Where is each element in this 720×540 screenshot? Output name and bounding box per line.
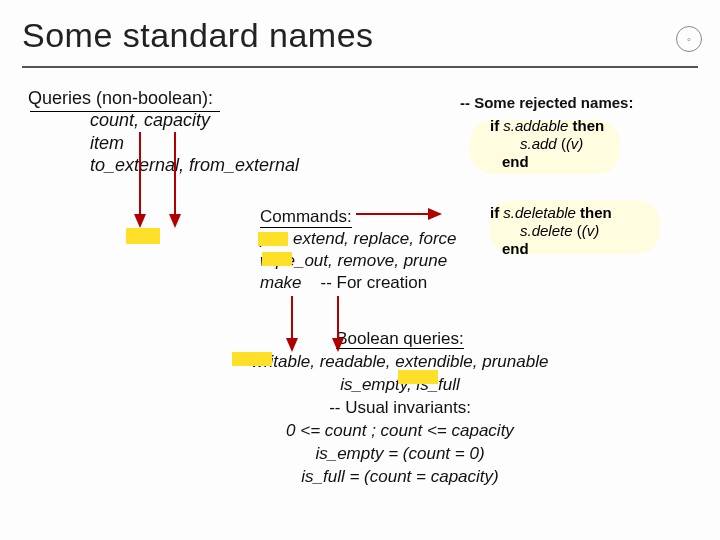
boolq-heading: Boolean queries: [150,328,650,351]
boolq-line-2: is_empty, is_full [150,374,650,397]
kw-if-2: if [490,204,499,221]
snippet-add: if s.addable then s.add ((v) end [490,117,690,171]
boolq-inv-1: 0 <= count ; count <= capacity [150,420,650,443]
kw-then-2: then [580,204,612,221]
marker-rect-1 [126,228,160,244]
logo-glyph: ◦ [687,33,691,45]
queries-line-2: item [90,132,388,155]
queries-line-3: to_external, from_external [90,154,388,177]
commands-heading: Commands: [260,206,520,228]
commands-note: -- For creation [320,273,427,292]
queries-line-1: count, capacity [90,109,388,132]
boolq-inv-3: is_full = (count = capacity) [150,466,650,489]
title-rule [22,66,698,68]
add-expr: s.addable [503,117,568,134]
slide: Some standard names ◦ Queries (non-boole… [0,0,720,540]
kw-if: if [490,117,499,134]
boolq-inv-2: is_empty = (count = 0) [150,443,650,466]
snippet-delete: if s.deletable then s.delete ((v) end [490,204,690,258]
logo-icon: ◦ [676,26,702,52]
commands-line-2: wipe_out, remove, prune [260,250,520,272]
boolq-inv-heading: -- Usual invariants: [150,397,650,420]
del-expr: s.deletable [503,204,576,221]
slide-title: Some standard names [22,16,374,55]
boolean-queries-block: Boolean queries: writable, readable, ext… [150,328,650,489]
boolq-line-1: writable, readable, extendible, prunable [150,351,650,374]
commands-block: Commands: put, extend, replace, force wi… [260,206,520,294]
kw-then: then [573,117,605,134]
kw-end-2: end [502,240,529,257]
queries-heading: Queries (non-boolean): [28,88,388,109]
rejected-block: -- Some rejected names: if s.addable the… [460,94,690,171]
commands-line-1: put, extend, replace, force [260,228,520,250]
kw-end: end [502,153,529,170]
queries-block: Queries (non-boolean): count, capacity i… [28,88,388,177]
del-arg: ((v) [577,222,600,239]
add-arg: ((v) [561,135,584,152]
add-call: s.add [520,135,557,152]
rejected-heading: -- Some rejected names: [460,94,690,111]
del-call: s.delete [520,222,573,239]
queries-heading-underline [30,111,220,112]
commands-make: make [260,273,302,292]
